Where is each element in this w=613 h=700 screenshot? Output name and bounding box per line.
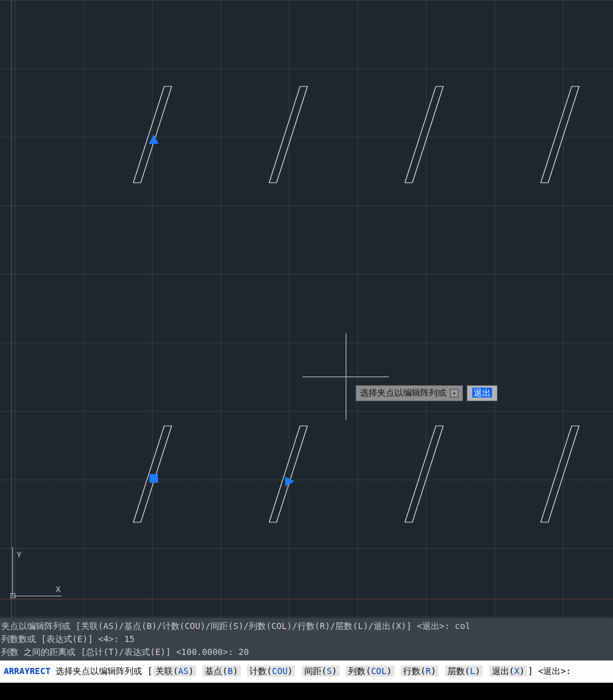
x-axis-line — [0, 599, 613, 599]
dynamic-input[interactable]: 选择夹点以编辑阵列或 ▾ 退出 — [356, 385, 498, 401]
command-option[interactable]: 层数(L) — [445, 665, 483, 677]
command-option[interactable]: 退出(X) — [490, 665, 527, 677]
array-item — [269, 86, 307, 183]
array-item — [405, 426, 443, 522]
gutter-line — [11, 0, 12, 618]
command-default: <退出>: — [538, 666, 571, 676]
dynamic-input-default[interactable]: 退出 — [467, 385, 498, 401]
command-option[interactable]: 计数(COU) — [247, 665, 295, 677]
command-option[interactable]: 基点(B) — [202, 665, 240, 677]
command-history: 夹点以编辑阵列或 [关联(AS)/基点(B)/计数(COU)/间距(S)/列数(… — [0, 618, 613, 660]
ucs-y-label: Y — [17, 550, 22, 559]
command-option[interactable]: 间距(S) — [302, 665, 340, 677]
array-item — [541, 86, 579, 183]
options-dropdown-icon[interactable]: ▾ — [450, 389, 459, 398]
ucs-x-label: X — [56, 585, 60, 594]
command-option[interactable]: 列数(COL) — [346, 665, 394, 677]
grid-lines — [0, 0, 613, 618]
dynamic-input-prompt[interactable]: 选择夹点以编辑阵列或 ▾ — [356, 385, 463, 401]
dynamic-input-text: 选择夹点以编辑阵列或 — [360, 388, 446, 399]
command-option[interactable]: 关联(AS) — [153, 665, 196, 677]
array-column-grip-icon[interactable] — [285, 477, 294, 485]
bracket-open: [ — [148, 666, 152, 676]
bracket-close: ] — [528, 666, 533, 676]
array-item — [269, 426, 307, 522]
history-line: 夹点以编辑阵列或 [关联(AS)/基点(B)/计数(COU)/间距(S)/列数(… — [1, 620, 612, 633]
ucs-icon: Y X — [6, 547, 62, 602]
history-line: 列数数或 [表达式(E)] <4>: 15 — [1, 633, 612, 646]
cursor-crosshair-icon — [302, 333, 389, 420]
command-option[interactable]: 行数(R) — [401, 665, 438, 677]
command-name: ARRAYRECT — [4, 666, 51, 676]
drawing-canvas[interactable]: 选择夹点以编辑阵列或 ▾ 退出 Y X — [0, 0, 613, 618]
history-line: 列数 之间的距离或 [总计(T)/表达式(E)] <100.0000>: 20 — [1, 646, 612, 659]
array-base-grip-icon[interactable] — [149, 474, 158, 483]
command-prompt: 选择夹点以编辑阵列或 — [56, 666, 142, 676]
array-item — [405, 86, 443, 183]
command-line[interactable]: ARRAYRECT 选择夹点以编辑阵列或 [关联(AS) 基点(B) 计数(CO… — [0, 660, 613, 683]
dynamic-input-default-text: 退出 — [472, 388, 492, 398]
array-row-grip-icon[interactable] — [149, 135, 157, 143]
array-item — [541, 426, 579, 522]
